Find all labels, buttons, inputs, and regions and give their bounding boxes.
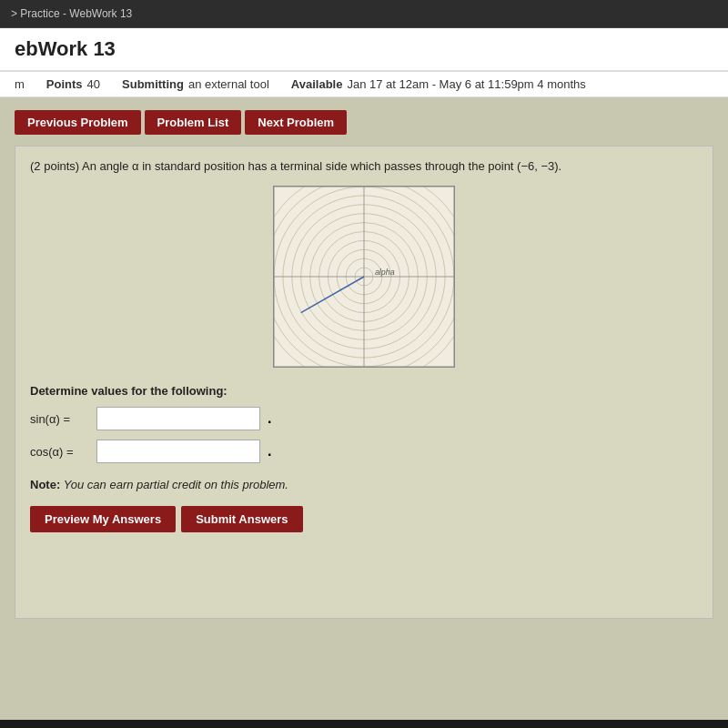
problem-statement: (2 points) An angle α in standard positi…: [30, 159, 698, 173]
graph-alpha-label: alpha: [375, 268, 395, 277]
available-label: Available: [291, 77, 343, 91]
bottom-buttons: Preview My Answers Submit Answers: [30, 506, 698, 532]
determine-label: Determine values for the following:: [30, 384, 698, 398]
page-title: ebWork 13: [15, 37, 713, 61]
cos-label: cos(α) =: [30, 445, 89, 459]
graph-container: alpha: [30, 186, 698, 368]
sin-input[interactable]: [96, 407, 260, 430]
cos-dot: .: [268, 443, 271, 460]
sin-input-row: sin(α) = .: [30, 407, 698, 430]
sin-label: sin(α) =: [30, 412, 89, 426]
cos-input-row: cos(α) = .: [30, 440, 698, 463]
submitting-label: Submitting: [122, 77, 184, 91]
preview-answers-button[interactable]: Preview My Answers: [30, 506, 176, 532]
graph-canvas: alpha: [273, 186, 455, 368]
next-problem-button[interactable]: Next Problem: [245, 110, 347, 135]
points-value: 40: [87, 77, 100, 91]
problem-points: (2 points): [30, 159, 79, 173]
previous-problem-button[interactable]: Previous Problem: [15, 110, 141, 135]
problem-box: (2 points) An angle α in standard positi…: [15, 146, 713, 619]
note-section: Note: You can earn partial credit on thi…: [30, 478, 698, 491]
problem-text: An angle α in standard position has a te…: [82, 159, 561, 173]
sin-dot: .: [268, 410, 271, 427]
problem-list-button[interactable]: Problem List: [145, 110, 242, 135]
note-text: You can earn partial credit on this prob…: [64, 478, 288, 491]
note-label: Note:: [30, 478, 60, 491]
submit-answers-button[interactable]: Submit Answers: [181, 506, 302, 532]
submitting-value: an external tool: [188, 77, 269, 91]
available-value: Jan 17 at 12am - May 6 at 11:59pm 4 mont…: [347, 77, 585, 91]
meta-bar: m Points 40 Submitting an external tool …: [0, 72, 728, 97]
nav-buttons: Previous Problem Problem List Next Probl…: [15, 110, 713, 135]
browser-breadcrumb: > Practice - WebWork 13: [0, 0, 728, 28]
points-label: Points: [46, 77, 83, 91]
item-label: m: [15, 77, 25, 91]
cos-input[interactable]: [96, 440, 260, 463]
